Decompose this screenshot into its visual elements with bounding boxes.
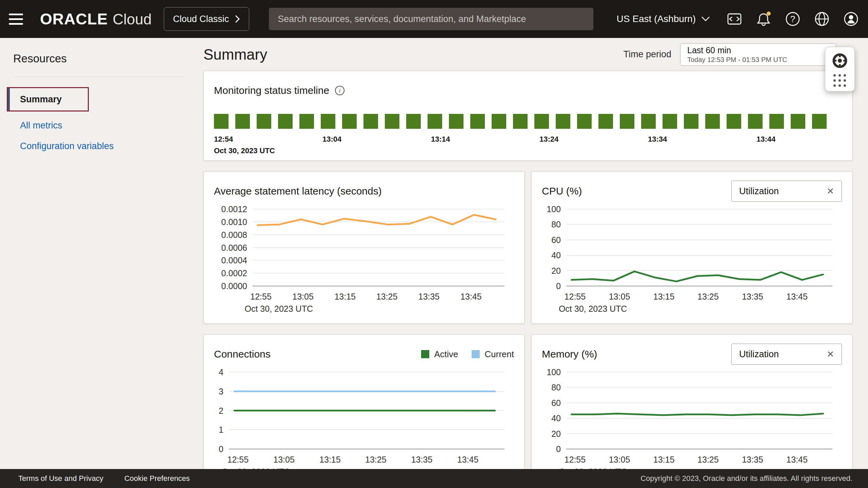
region-selector[interactable]: US East (Ashburn) [617,14,710,24]
help-widget[interactable] [825,47,855,92]
sidebar-item-configuration-variables[interactable]: Configuration variables [20,141,184,151]
svg-text:13:15: 13:15 [319,455,341,464]
svg-text:13:05: 13:05 [609,455,630,464]
developer-tools-button[interactable] [725,9,744,28]
timeline-tick-label: 13:34 [648,135,667,144]
remove-filter-icon[interactable]: ✕ [827,186,834,197]
info-icon[interactable]: i [335,85,345,96]
memory-card: Memory (%) Utilization ✕ 02040608010012:… [531,334,852,487]
time-period-range: Today 12:53 PM - 01:53 PM UTC [687,56,829,64]
svg-text:13:45: 13:45 [457,455,479,464]
status-square[interactable] [513,114,528,129]
chip-label: Utilization [739,349,779,360]
timeline-tick-label: 13:44 [756,135,775,144]
code-console-icon [725,9,744,28]
svg-text:4: 4 [219,367,223,377]
timeline-tick-label: 12:54 [214,135,233,144]
status-squares [214,114,842,129]
status-square[interactable] [342,114,357,129]
status-square[interactable] [470,114,485,129]
status-square[interactable] [363,114,378,129]
time-period-group: Time period Last 60 min Today 12:53 PM -… [623,43,836,66]
svg-text:13:35: 13:35 [742,292,763,301]
footer-link-cookie[interactable]: Cookie Preferences [124,474,190,483]
status-square[interactable] [235,114,250,129]
memory-card-title: Memory (%) [542,348,597,360]
memory-metric-filter-chip[interactable]: Utilization ✕ [731,344,842,365]
status-square[interactable] [748,114,763,129]
latency-card-title: Average statement latency (seconds) [214,185,382,197]
svg-text:13:25: 13:25 [697,455,719,464]
svg-text:0: 0 [219,444,223,454]
status-square[interactable] [577,114,592,129]
time-period-label: Time period [623,49,671,60]
status-square[interactable] [641,114,656,129]
time-period-select[interactable]: Last 60 min Today 12:53 PM - 01:53 PM UT… [680,43,836,66]
svg-text:13:05: 13:05 [292,292,314,301]
svg-text:60: 60 [551,398,561,408]
globe-icon [812,9,831,28]
status-square[interactable] [727,114,741,129]
connections-legend: Active Current [421,349,514,360]
footer-link-terms[interactable]: Terms of Use and Privacy [18,474,103,483]
connections-card-title: Connections [214,348,271,360]
svg-text:13:15: 13:15 [334,292,356,301]
chevron-down-icon [701,16,710,22]
status-square[interactable] [812,114,827,129]
status-square[interactable] [598,114,613,129]
svg-text:13:25: 13:25 [365,455,387,464]
status-square[interactable] [769,114,784,129]
status-square[interactable] [299,114,314,129]
status-square[interactable] [449,114,463,129]
footer: Terms of Use and Privacy Cookie Preferen… [0,469,868,488]
status-square[interactable] [257,114,271,129]
svg-text:Oct 30, 2023 UTC: Oct 30, 2023 UTC [245,304,313,313]
svg-text:60: 60 [551,235,561,245]
svg-text:12:55: 12:55 [228,455,249,464]
sidebar-item-all-metrics[interactable]: All metrics [20,120,184,131]
status-square[interactable] [385,114,399,129]
svg-text:100: 100 [547,204,561,214]
status-square[interactable] [705,114,720,129]
language-button[interactable] [812,9,831,28]
svg-text:13:15: 13:15 [653,292,675,301]
svg-text:13:35: 13:35 [411,455,433,464]
help-button[interactable]: ? [783,9,802,28]
time-period-value: Last 60 min [687,45,829,55]
profile-button[interactable] [842,9,861,28]
status-square[interactable] [791,114,805,129]
status-square[interactable] [620,114,634,129]
timeline-card-title: Monitoring status timeline [214,85,329,96]
status-square[interactable] [428,114,442,129]
legend-swatch-current [472,350,480,358]
status-square[interactable] [534,114,549,129]
menu-icon[interactable] [9,9,28,28]
oracle-cloud-logo[interactable]: ORACLE Cloud [40,10,152,28]
svg-text:Oct 30, 2023 UTC: Oct 30, 2023 UTC [559,304,627,313]
svg-text:0: 0 [556,281,561,291]
status-square[interactable] [556,114,570,129]
svg-text:100: 100 [547,367,561,377]
cpu-metric-filter-chip[interactable]: Utilization ✕ [731,181,842,202]
svg-text:13:35: 13:35 [742,455,763,464]
svg-text:13:05: 13:05 [609,292,630,301]
status-square[interactable] [278,114,293,129]
sidebar-item-summary[interactable]: Summary [7,87,89,111]
timeline-date-label: Oct 30, 2023 UTC [214,146,275,155]
status-square[interactable] [406,114,421,129]
status-square[interactable] [321,114,335,129]
status-square[interactable] [214,114,229,129]
svg-text:12:55: 12:55 [250,292,272,301]
status-square[interactable] [684,114,698,129]
notifications-button[interactable] [754,9,773,28]
cloud-classic-button[interactable]: Cloud Classic [164,7,249,31]
status-square[interactable] [492,114,506,129]
status-square[interactable] [663,114,677,129]
search-input[interactable] [269,8,593,30]
svg-text:80: 80 [551,383,561,392]
svg-text:2: 2 [219,406,223,415]
drag-dots-icon[interactable] [833,74,846,87]
global-search [269,8,593,30]
svg-text:0.0012: 0.0012 [221,204,247,214]
remove-filter-icon[interactable]: ✕ [827,349,834,360]
